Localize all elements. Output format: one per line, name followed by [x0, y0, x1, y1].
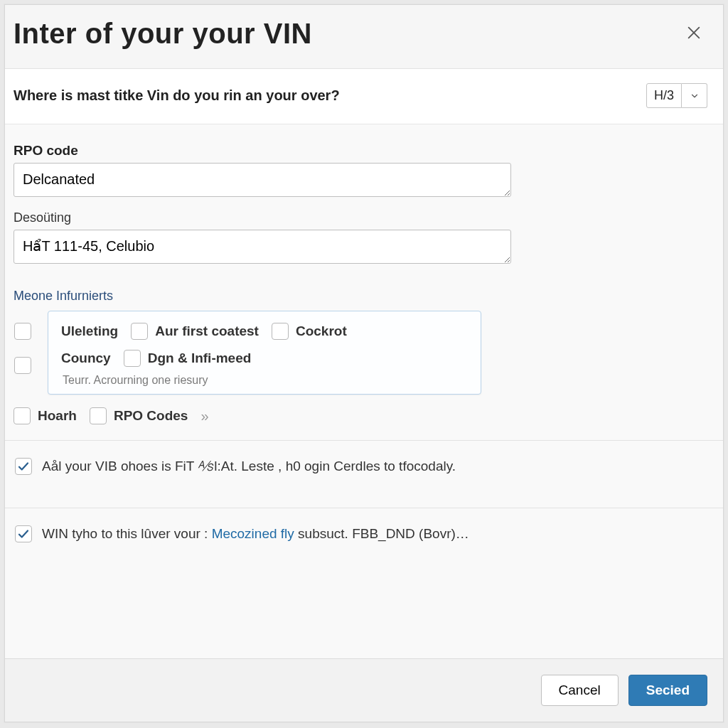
option-cockrot[interactable]: Cockrot: [272, 323, 347, 340]
option-cockrot-label: Cockrot: [296, 323, 347, 339]
option-dgn-inf-label: Dgn & Infi-meed: [148, 350, 252, 366]
option-hoarh-label: Hoarh: [38, 408, 77, 424]
rpo-label: RPO code: [14, 143, 709, 159]
checkbox-icon: [90, 407, 107, 424]
options-popover: Uleleting Aur first coatest Cockrot Coun…: [48, 311, 481, 395]
desc-label: Desoüting: [14, 210, 709, 225]
vin-dialog: Inter of your your VIN Where is mast tit…: [4, 4, 724, 722]
option-aur-first[interactable]: Aur first coatest: [131, 323, 259, 340]
dialog-title: Inter of your your VIN: [14, 18, 312, 50]
checkbox-icon: [14, 407, 31, 424]
options-section-label: Meone Infurnierts: [14, 289, 709, 304]
outer-checkbox-2[interactable]: [14, 357, 31, 374]
rpo-field: RPO code: [14, 143, 709, 200]
agreement-1-text: Aål your VIB ohoes is FiT ⅍l:At. Leste ,…: [42, 459, 456, 474]
dialog-footer: Cancel Secied: [5, 658, 723, 722]
option-dgn-inf[interactable]: Dgn & Infi-meed: [124, 350, 252, 367]
option-rpo-codes-label: RPO Codes: [114, 408, 188, 424]
page-indicator: H/3: [646, 83, 682, 108]
agreement-2-checkbox[interactable]: [15, 525, 32, 542]
agreement-2: WIN tyho to this lûver vour : Mecozined …: [14, 508, 709, 560]
rpo-input[interactable]: [14, 163, 511, 197]
checkbox-icon: [124, 350, 141, 367]
option-hoarh[interactable]: Hoarh: [14, 407, 77, 424]
close-icon[interactable]: [683, 22, 705, 46]
desc-input[interactable]: [14, 230, 511, 264]
agreement-1: Aål your VIB ohoes is FiT ⅍l:At. Leste ,…: [14, 441, 709, 492]
agreement-1-checkbox[interactable]: [15, 458, 32, 475]
option-aur-first-label: Aur first coatest: [155, 323, 259, 339]
cancel-button[interactable]: Cancel: [541, 675, 619, 706]
desc-field: Desoüting: [14, 210, 709, 267]
question-text: Where is mast titke Vin do you rin an yo…: [14, 87, 340, 104]
option-councy-label: Councy: [61, 350, 111, 366]
question-row: Where is mast titke Vin do you rin an yo…: [5, 69, 723, 124]
submit-button[interactable]: Secied: [628, 675, 707, 706]
option-rpo-codes[interactable]: RPO Codes: [90, 407, 188, 424]
checkbox-icon: [131, 323, 148, 340]
option-uleleting[interactable]: Uleleting: [61, 323, 118, 339]
agreement-2-link[interactable]: Mecozined fly: [212, 526, 294, 541]
form-area: RPO code Desoüting Meone Infurnierts Ule…: [5, 124, 723, 658]
page-selector: H/3: [646, 83, 707, 108]
chevron-right-icon: »: [200, 408, 208, 424]
page-dropdown-button[interactable]: [682, 83, 707, 108]
options-hint: Teurr. Acrourning one riesury: [63, 374, 468, 387]
option-councy[interactable]: Councy: [61, 350, 111, 366]
agreement-2-text: WIN tyho to this lûver vour : Mecozined …: [42, 526, 469, 542]
outer-checkbox-1[interactable]: [14, 323, 31, 340]
options-row-3: Hoarh RPO Codes »: [14, 407, 709, 424]
checkbox-icon: [272, 323, 289, 340]
option-uleleting-label: Uleleting: [61, 323, 118, 339]
dialog-header: Inter of your your VIN: [5, 5, 723, 69]
